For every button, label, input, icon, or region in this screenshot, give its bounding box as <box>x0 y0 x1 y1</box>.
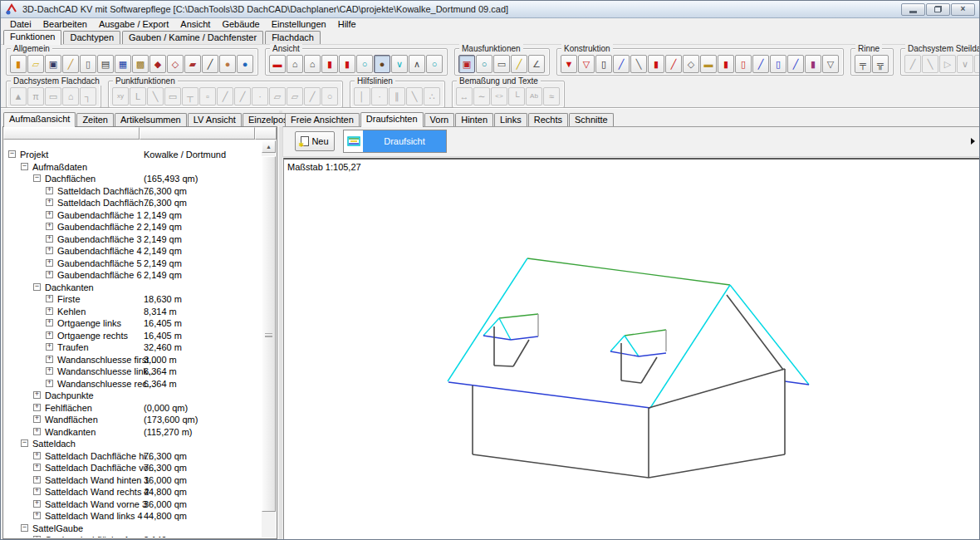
door-button[interactable]: ▯ <box>595 55 612 73</box>
expand-icon[interactable]: + <box>46 235 53 243</box>
collapse-icon[interactable]: − <box>33 283 41 291</box>
plan-view-icon[interactable] <box>344 130 363 152</box>
expand-icon[interactable]: + <box>46 331 53 339</box>
view-tab-freie-ansichten[interactable]: Freie Ansichten <box>285 113 360 126</box>
tree-row[interactable]: +Wandanschluesse link...6,364 m <box>4 366 262 378</box>
menu-item-bearbeiten[interactable]: Bearbeiten <box>37 18 93 30</box>
tree-row[interactable]: +Gaubendachfläche 12,149 qm <box>4 534 262 538</box>
tree-row[interactable]: +Satteldach Dachfläch...76,300 qm <box>4 197 262 209</box>
expand-icon[interactable]: + <box>33 512 41 519</box>
layers-button[interactable]: ▬ <box>269 55 286 73</box>
copy-button[interactable]: ▤ <box>97 55 114 73</box>
save-disk-button[interactable]: ▣ <box>45 55 61 73</box>
view-tab-hinten[interactable]: Hinten <box>455 113 493 126</box>
expand-icon[interactable]: + <box>33 488 41 495</box>
view-tab-links[interactable]: Links <box>494 113 527 126</box>
tree-row[interactable]: +Gaubendachfläche 62,149 qm <box>4 269 262 282</box>
tree-row[interactable]: −SattelGaube <box>4 523 262 535</box>
menu-item-geb-ude[interactable]: Gebäude <box>216 18 265 30</box>
scrollbar-thumb[interactable] <box>262 156 276 512</box>
tree-row[interactable]: +Gaubendachfläche 22,149 qm <box>4 221 262 233</box>
ribbon-tab-dachtypen[interactable]: Dachtypen <box>63 31 120 44</box>
tree-row[interactable]: +Satteldach Dachfläche vo...76,300 qm <box>4 462 262 474</box>
blue-line-button[interactable]: ╱ <box>613 55 630 73</box>
expand-icon[interactable]: + <box>33 452 41 459</box>
menu-item-einstellungen[interactable]: Einstellungen <box>266 18 332 30</box>
ruler-button[interactable]: ╱ <box>511 55 527 73</box>
expand-icon[interactable]: + <box>33 476 41 484</box>
lock-button[interactable]: ▣ <box>458 55 475 73</box>
expand-icon[interactable]: + <box>46 295 53 302</box>
tree-row[interactable]: +Gaubendachfläche 42,149 qm <box>4 245 262 258</box>
tree-row[interactable]: +Satteldach Wand rechts 244,800 qm <box>4 486 262 498</box>
collapse-icon[interactable]: − <box>21 524 28 532</box>
red-folder-button[interactable]: ▰ <box>184 55 201 73</box>
restore-button[interactable] <box>926 3 950 16</box>
expand-icon[interactable]: + <box>46 380 53 387</box>
angle-down-button[interactable]: ∨ <box>391 55 408 73</box>
expand-icon[interactable]: + <box>46 187 53 194</box>
exit-door-button[interactable]: ▮ <box>10 55 27 73</box>
tree-row[interactable]: +Wandanschluesse first...3,000 m <box>4 354 262 366</box>
tree-row[interactable]: +Kehlen8,314 m <box>4 306 262 318</box>
tree-row[interactable]: +Fehlflächen(0,000 qm) <box>4 402 262 415</box>
expand-icon[interactable]: + <box>33 391 41 399</box>
tab-zeiten[interactable]: Zeiten <box>76 113 114 126</box>
collapse-icon[interactable]: − <box>33 174 41 182</box>
collapse-icon[interactable]: − <box>21 163 28 170</box>
polyline-button[interactable]: ╱ <box>202 55 218 73</box>
gutter-2-button[interactable]: ╦ <box>872 55 889 73</box>
red-dashline-button[interactable]: ╱ <box>665 55 682 73</box>
tree-row[interactable]: −Dachkanten <box>4 282 262 294</box>
funnel-outline-button[interactable]: ▽ <box>578 55 595 73</box>
tree-row[interactable]: +Gaubendachfläche 52,149 qm <box>4 258 262 270</box>
columns-button[interactable]: ▯ <box>735 55 752 73</box>
new-view-button[interactable]: Neu <box>295 131 335 151</box>
tree-row[interactable]: +Ortgaenge links16,405 m <box>4 317 262 330</box>
expand-icon[interactable]: + <box>33 536 41 538</box>
edit-pencil-button[interactable]: ╱ <box>62 55 79 73</box>
collapse-icon[interactable]: − <box>8 150 16 158</box>
expand-views-arrow-icon[interactable] <box>971 138 975 145</box>
red-flag-button[interactable]: ▮ <box>648 55 664 73</box>
tree-row[interactable]: +Satteldach Wand hinten 136,000 qm <box>4 474 262 487</box>
brick-button[interactable]: ▬ <box>700 55 717 73</box>
expand-icon[interactable]: + <box>46 319 53 326</box>
zoom-out-button[interactable]: ○ <box>356 55 373 73</box>
user-button[interactable]: ● <box>219 55 236 73</box>
tree-row[interactable]: +Traufen32,460 m <box>4 341 262 354</box>
tree-row[interactable]: +Wandkanten(115,270 m) <box>4 426 262 439</box>
expand-icon[interactable]: + <box>46 223 53 230</box>
expand-icon[interactable]: + <box>46 356 53 363</box>
blue-door-button[interactable]: ▯ <box>770 55 786 73</box>
import-button[interactable]: ◆ <box>149 55 166 73</box>
angle-up-button[interactable]: ∧ <box>409 55 425 73</box>
tree-row[interactable]: +Wandflächen(173,600 qm) <box>4 414 262 426</box>
view-tab-vorn[interactable]: Vorn <box>424 113 455 126</box>
tree-row[interactable]: −Satteldach <box>4 438 262 450</box>
tree-row[interactable]: +Satteldach Wand vorne 336,000 qm <box>4 498 262 511</box>
expand-icon[interactable]: + <box>33 415 41 423</box>
expand-icon[interactable]: + <box>33 500 41 508</box>
walk-mode-button[interactable]: ● <box>374 55 390 73</box>
tree-row[interactable]: +Firste18,630 m <box>4 293 262 306</box>
tree-row[interactable]: +Ortgaenge rechts16,405 m <box>4 330 262 342</box>
drawing-canvas[interactable]: Maßstab 1:105,27 <box>283 158 980 540</box>
trapezoid-button[interactable]: ▽ <box>822 55 839 73</box>
zoom-in-button[interactable]: ○ <box>426 55 443 73</box>
red-blue-columns-button[interactable]: ▮ <box>805 55 821 73</box>
project-render-button[interactable]: ▦ <box>115 55 131 73</box>
tree-row[interactable]: +Satteldach Dachfläch...76,300 qm <box>4 185 262 198</box>
open-folder-button[interactable]: ▱ <box>27 55 44 73</box>
blue-line2-button[interactable]: ╱ <box>752 55 769 73</box>
active-view-button[interactable]: Draufsicht <box>363 130 446 152</box>
column-header-value[interactable] <box>140 127 255 140</box>
collapse-icon[interactable]: − <box>21 439 28 447</box>
column-header-name[interactable] <box>3 127 140 140</box>
expand-icon[interactable]: + <box>46 199 53 206</box>
view-tab-draufsichten[interactable]: Draufsichten <box>360 112 424 127</box>
fill-view-right-button[interactable]: ▮ <box>339 55 355 73</box>
expand-icon[interactable]: + <box>46 247 53 254</box>
tab-aufma-ansicht[interactable]: Aufmaßansicht <box>3 112 76 127</box>
ribbon-tab-flachdach[interactable]: Flachdach <box>265 31 321 44</box>
